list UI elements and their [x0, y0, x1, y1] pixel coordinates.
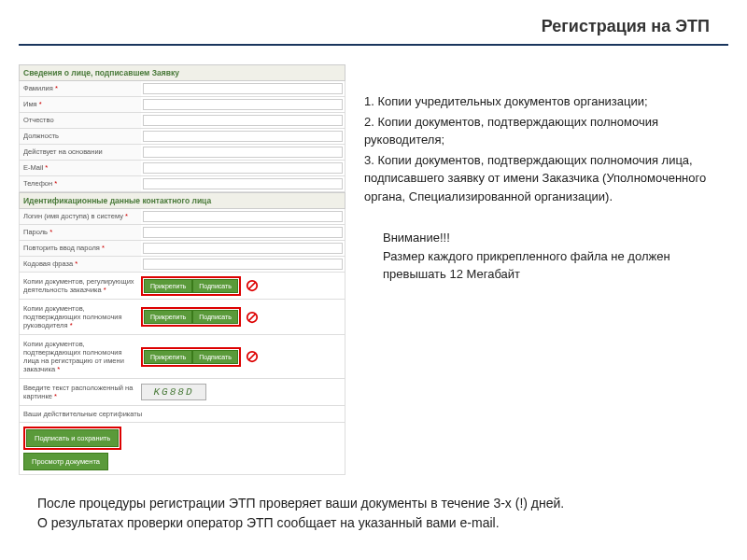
warning-box: Внимание!!! Размер каждого прикрепленног…: [383, 229, 728, 284]
prohibited-icon: [246, 350, 259, 363]
section-header-contact: Идентификационные данные контактного лиц…: [19, 192, 345, 209]
field-label: Действует на основании: [20, 145, 141, 160]
footer-line: После процедуры регистрации ЭТП проверяе…: [37, 494, 710, 513]
field-row: Имя *: [19, 97, 345, 113]
field-row: Повторить ввод пароля *: [19, 241, 345, 257]
password-repeat-input[interactable]: [143, 243, 343, 254]
info-item: 3. Копии документов, подтверждающих полн…: [364, 151, 728, 206]
footer-line: О результатах проверки оператор ЭТП сооб…: [37, 513, 710, 533]
sign-button[interactable]: Подписать: [192, 279, 238, 293]
name-input[interactable]: [143, 99, 343, 110]
submit-button[interactable]: Подписать и сохранить: [26, 429, 119, 447]
preview-button[interactable]: Просмотр документа: [23, 453, 108, 470]
doc-row: Копии документов, подтверждающих полномо…: [19, 335, 345, 379]
field-row: Действует на основании: [19, 145, 345, 161]
field-label: Пароль *: [20, 225, 141, 240]
login-input[interactable]: [143, 211, 343, 222]
doc-label: Копии документов, подтверждающих полномо…: [20, 302, 141, 331]
phone-input[interactable]: [143, 178, 343, 189]
svg-line-3: [248, 314, 255, 320]
captcha-image: KG88D: [141, 384, 206, 400]
field-label: Фамилия *: [20, 81, 141, 96]
attach-button[interactable]: Прикрепить: [144, 350, 192, 364]
field-row: Должность: [19, 129, 345, 145]
field-row: Фамилия *: [19, 81, 345, 97]
highlight-box: Подписать и сохранить: [23, 427, 121, 450]
field-row: Пароль *: [19, 225, 345, 241]
page-title: Регистрация на ЭТП: [0, 0, 747, 44]
doc-row: Копии документов, регулирующих деятельно…: [19, 273, 345, 300]
highlight-box: ПрикрепитьПодписать: [141, 307, 241, 327]
warning-title: Внимание!!!: [383, 229, 728, 247]
field-row: Логин (имя доступа) в систему *: [19, 209, 345, 225]
field-row: Отчество: [19, 113, 345, 129]
prohibited-icon: [246, 279, 259, 292]
doc-label: Копии документов, подтверждающих полномо…: [20, 338, 141, 375]
submit-area: Подписать и сохранить Просмотр документа: [19, 423, 345, 475]
doc-row: Копии документов, подтверждающих полномо…: [19, 300, 345, 335]
attach-button[interactable]: Прикрепить: [144, 310, 192, 324]
warning-text: Размер каждого прикрепленного файла не д…: [383, 247, 728, 284]
main-content: Сведения о лице, подписавшем Заявку Фами…: [0, 46, 747, 484]
email-input[interactable]: [143, 162, 343, 174]
field-label: Должность: [20, 129, 141, 144]
sign-button[interactable]: Подписать: [192, 350, 238, 364]
field-label: Кодовая фраза *: [20, 257, 141, 272]
doc-label: Копии документов, регулирующих деятельно…: [20, 275, 141, 296]
captcha-label: Введите текст расположенный на картинке …: [20, 382, 141, 402]
footer-info: После процедуры регистрации ЭТП проверяе…: [0, 484, 747, 542]
info-list: 1. Копии учредительных документов органи…: [364, 92, 728, 205]
field-label: Логин (имя доступа) в систему *: [20, 209, 141, 224]
field-label: Телефон *: [20, 176, 141, 191]
basis-input[interactable]: [143, 147, 343, 158]
section-header-signer: Сведения о лице, подписавшем Заявку: [19, 64, 345, 81]
field-label: E-Mail *: [20, 161, 141, 175]
highlight-box: ПрикрепитьПодписать: [141, 347, 241, 367]
field-row: Кодовая фраза *: [19, 257, 345, 273]
field-row: E-Mail *: [19, 161, 345, 176]
field-label: Повторить ввод пароля *: [20, 241, 141, 256]
field-row: Телефон *: [19, 176, 345, 192]
cert-label: Ваши действительные сертификаты: [19, 406, 345, 423]
info-panel: 1. Копии учредительных документов органи…: [364, 64, 728, 475]
highlight-box: ПрикрепитьПодписать: [141, 276, 241, 296]
codephrase-input[interactable]: [143, 259, 343, 270]
sign-button[interactable]: Подписать: [192, 310, 238, 324]
field-label: Имя *: [20, 97, 141, 112]
surname-input[interactable]: [143, 83, 343, 94]
position-input[interactable]: [143, 131, 343, 142]
svg-line-1: [248, 283, 255, 289]
info-item: 2. Копии документов, подтверждающих полн…: [364, 113, 728, 149]
captcha-row: Введите текст расположенный на картинке …: [19, 379, 345, 406]
password-input[interactable]: [143, 227, 343, 238]
field-label: Отчество: [20, 113, 141, 128]
attach-button[interactable]: Прикрепить: [144, 279, 192, 293]
info-item: 1. Копии учредительных документов органи…: [364, 92, 728, 111]
registration-form: Сведения о лице, подписавшем Заявку Фами…: [19, 64, 345, 475]
prohibited-icon: [246, 311, 259, 324]
patronymic-input[interactable]: [143, 115, 343, 126]
svg-line-5: [248, 354, 255, 360]
